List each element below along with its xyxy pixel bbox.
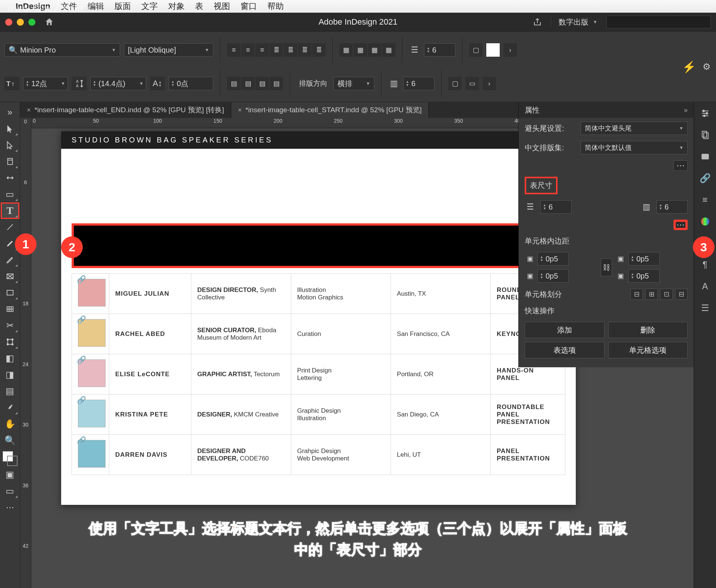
justify-full-icon[interactable]: ≣: [312, 43, 326, 57]
adjust-icon[interactable]: [698, 106, 713, 121]
hand-tool[interactable]: ✋: [1, 416, 19, 432]
align-bot-icon[interactable]: ▤: [255, 77, 269, 90]
align-center-icon[interactable]: ≡: [241, 43, 255, 57]
menu-object[interactable]: 对象: [168, 1, 185, 12]
text-direction-field[interactable]: 横排▼: [333, 77, 374, 90]
cc-libraries-icon[interactable]: [698, 149, 713, 164]
close-icon[interactable]: ×: [27, 106, 31, 114]
app-menu[interactable]: InDesign: [16, 1, 50, 11]
cell-align-middle-icon[interactable]: ▦: [354, 43, 367, 57]
justify-left-icon[interactable]: ≣: [270, 43, 283, 57]
table-row[interactable]: 🔗DARREN DAVISDESIGNER AND DEVELOPER, COD…: [72, 435, 565, 475]
panel-expand-icon[interactable]: »: [684, 106, 688, 114]
paragraph-styles-icon[interactable]: ¶: [698, 257, 713, 272]
menu-window[interactable]: 窗口: [241, 1, 257, 12]
menu-table[interactable]: 表: [195, 1, 203, 12]
format-container-icon[interactable]: ▣: [1, 467, 19, 482]
split-horizontal-icon[interactable]: ⊡: [660, 289, 673, 300]
direct-selection-tool[interactable]: [1, 137, 19, 153]
more-options-icon[interactable]: ⋯: [673, 160, 688, 171]
link-padding-icon[interactable]: ⛓: [601, 258, 612, 276]
table-row[interactable]: 🔗KRISTINA PETEDESIGNER, KMCM CreativeGra…: [72, 394, 565, 435]
font-style-field[interactable]: [Light Oblique] ▼: [124, 43, 213, 57]
gradient-feather-tool[interactable]: ◨: [1, 367, 19, 383]
note-tool[interactable]: ▤: [1, 383, 19, 399]
justify-right-icon[interactable]: ≣: [298, 43, 311, 57]
more-opts-icon[interactable]: ›: [483, 77, 496, 90]
type-tool[interactable]: T: [1, 203, 19, 218]
more-options-table-icon[interactable]: ⋯: [673, 220, 688, 230]
menu-file[interactable]: 文件: [61, 1, 77, 12]
pages-icon[interactable]: [698, 128, 713, 142]
zoom-tool[interactable]: 🔍: [1, 433, 19, 448]
share-icon[interactable]: [533, 18, 542, 26]
gpu-bolt-icon[interactable]: ⚡: [682, 60, 696, 73]
selected-table-header-row[interactable]: [72, 223, 565, 268]
page[interactable]: STUDIO BROWN BAG SPEAKER SERIES 🔗MIGUEL …: [61, 131, 576, 505]
align-top-icon[interactable]: ▤: [227, 77, 241, 90]
merge-cells-icon[interactable]: ⊟: [630, 289, 643, 300]
table-row[interactable]: 🔗ELISE LeCONTEGRAPHIC ARTIST, TectorumPr…: [72, 354, 565, 394]
close-icon[interactable]: ×: [238, 106, 242, 114]
window-close[interactable]: [5, 19, 12, 26]
free-transform-tool[interactable]: [1, 334, 19, 350]
pad-bottom-field[interactable]: ▲▼0p5: [628, 252, 660, 265]
pad-top-field[interactable]: ▲▼0p5: [537, 252, 569, 265]
cell-options-button[interactable]: 单元格选项: [608, 342, 688, 358]
font-size-field[interactable]: ▲▼12点▼: [23, 77, 68, 90]
scissors-tool[interactable]: ✂: [1, 318, 19, 333]
color-icon[interactable]: [698, 214, 713, 229]
leading-field[interactable]: ▲▼(14.4点)▼: [90, 77, 146, 90]
properties-panel-header[interactable]: 属性 »: [519, 102, 694, 118]
gradient-swatch-tool[interactable]: ◧: [1, 350, 19, 366]
view-mode-icon[interactable]: ▭: [1, 483, 19, 499]
add-button[interactable]: 添加: [525, 322, 604, 338]
menu-help[interactable]: 帮助: [267, 1, 284, 12]
doc-tab-0[interactable]: × *insert-image-table-cell_END.indd @ 52…: [20, 102, 231, 118]
links-icon[interactable]: 🔗: [698, 171, 713, 186]
unmerge-cells-icon[interactable]: ⊞: [645, 289, 658, 300]
table-cols-field[interactable]: ▲▼6: [403, 77, 434, 90]
menu-type[interactable]: 文字: [141, 1, 158, 12]
menu-edit[interactable]: 编辑: [88, 1, 104, 12]
workspace-dropdown[interactable]: 数字出版 ▼: [551, 17, 597, 27]
pad-left-field[interactable]: ▲▼0p5: [537, 269, 569, 283]
cell-align-top-icon[interactable]: ▦: [339, 43, 353, 57]
home-icon[interactable]: [44, 17, 54, 27]
stroke-tl-icon[interactable]: ▢: [469, 43, 483, 57]
table-tool[interactable]: [1, 301, 19, 317]
settings-gear-icon[interactable]: ⚙: [703, 62, 711, 72]
align-right-icon[interactable]: ≡: [255, 43, 269, 57]
table-options-button[interactable]: 表选项: [525, 342, 604, 358]
content-collector-tool[interactable]: ▭: [1, 186, 19, 202]
chevrons-icon[interactable]: »: [1, 104, 19, 120]
list-icon[interactable]: ☰: [698, 301, 713, 315]
tracking-field[interactable]: ▲▼0点: [169, 77, 213, 90]
cell-align-justify-icon[interactable]: ▦: [382, 43, 395, 57]
table-row[interactable]: 🔗MIGUEL JULIANDESIGN DIRECTOR, Synth Col…: [72, 274, 565, 314]
pencil-tool[interactable]: [1, 252, 19, 268]
search-input[interactable]: [606, 16, 711, 28]
doc-tab-1[interactable]: × *insert-image-table-cell_START.indd @ …: [231, 102, 429, 118]
align-just-icon[interactable]: ▤: [270, 77, 283, 90]
kinsoku-dropdown[interactable]: 简体中文避头尾▼: [581, 122, 688, 135]
menu-view[interactable]: 视图: [214, 1, 230, 12]
align-left-icon[interactable]: ≡: [227, 43, 241, 57]
fill-swatch[interactable]: [486, 43, 500, 57]
tools-overflow-icon[interactable]: ⋯: [1, 500, 19, 515]
align-mid-icon[interactable]: ▤: [241, 77, 255, 90]
justify-center-icon[interactable]: ≣: [284, 43, 297, 57]
font-family-field[interactable]: 🔍 Minion Pro ▼: [4, 43, 120, 57]
table-row[interactable]: 🔗RACHEL ABEDSENIOR CURATOR, Eboda Museum…: [72, 314, 565, 354]
rectangle-frame-tool[interactable]: [1, 268, 19, 284]
gap-tool[interactable]: [1, 170, 19, 186]
selection-tool[interactable]: [1, 121, 19, 136]
character-styles-icon[interactable]: A: [698, 279, 713, 294]
rectangle-tool[interactable]: [1, 285, 19, 301]
window-minimize[interactable]: [17, 19, 24, 26]
fill-stroke-swatch[interactable]: [3, 451, 18, 466]
split-vertical-icon[interactable]: ⊟: [675, 289, 688, 300]
prop-rows-field[interactable]: ▲▼6: [540, 200, 572, 214]
merge-cells-icon[interactable]: ▭: [465, 77, 479, 90]
menu-layout[interactable]: 版面: [114, 1, 131, 12]
